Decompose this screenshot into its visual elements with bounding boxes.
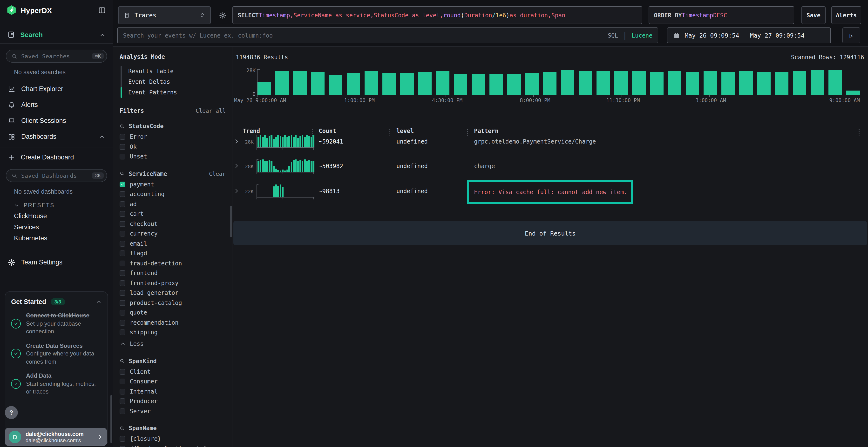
checkbox[interactable] <box>120 261 125 266</box>
checkbox[interactable] <box>120 409 125 414</box>
checkbox[interactable] <box>120 201 125 207</box>
alerts-button[interactable]: Alerts <box>831 6 861 24</box>
filter-option-ok[interactable]: Ok <box>120 142 227 152</box>
filter-option-load-generator[interactable]: load-generator <box>120 288 227 298</box>
sidebar-item-alerts[interactable]: Alerts <box>0 97 113 113</box>
expand-row-icon[interactable] <box>234 188 240 194</box>
filter-option-flagd[interactable]: flagd <box>120 248 227 259</box>
checkbox[interactable] <box>120 211 125 217</box>
checkbox[interactable] <box>120 280 125 286</box>
source-settings-button[interactable] <box>216 9 229 22</box>
filter-option--flagd-evaluation-v1-se-[interactable]: /flagd.evaluation.v1.Se… <box>120 444 227 447</box>
help-button[interactable]: ? <box>5 406 18 419</box>
checkbox[interactable] <box>120 290 125 296</box>
source-select[interactable]: Traces <box>118 6 211 24</box>
select-query-input[interactable]: SELECT Timestamp, ServiceName as service… <box>232 6 642 24</box>
pattern-row[interactable]: 28K~592041undefinedgrpc.oteldemo.Payment… <box>232 132 868 153</box>
pattern-row[interactable]: 28K~503982undefinedcharge <box>232 156 868 177</box>
sidebar-scrollbar[interactable] <box>111 395 112 443</box>
checkbox[interactable] <box>120 221 125 227</box>
checkbox[interactable] <box>120 446 125 447</box>
sidebar-item-chart-explorer[interactable]: Chart Explorer <box>0 81 113 97</box>
filter-option-ad[interactable]: ad <box>120 199 227 209</box>
filter-option-shipping[interactable]: shipping <box>120 328 227 337</box>
filter-option-currency[interactable]: currency <box>120 229 227 239</box>
checkbox[interactable] <box>120 389 125 394</box>
analysis-mode-event-deltas[interactable]: Event Deltas <box>121 77 227 87</box>
expand-row-icon[interactable] <box>234 163 240 169</box>
sql-token: DESC <box>713 12 727 19</box>
user-menu[interactable]: D dale@clickhouse.com dale@clickhouse.co… <box>5 428 107 446</box>
filter-option-frontend[interactable]: frontend <box>120 268 227 278</box>
filter-option-consumer[interactable]: Consumer <box>120 377 227 386</box>
order-by-input[interactable]: ORDER BY Timestamp DESC <box>649 6 794 24</box>
create-dashboard-button[interactable]: Create Dashboard <box>0 149 113 165</box>
filter-option-quote[interactable]: quote <box>120 308 227 318</box>
filter-option-error[interactable]: Error <box>120 132 227 142</box>
no-saved-dashboards-label: No saved dashboards <box>14 188 113 195</box>
chevron-up-icon[interactable] <box>95 299 102 305</box>
checkbox[interactable] <box>120 231 125 237</box>
checkbox[interactable] <box>120 436 125 442</box>
run-query-button[interactable]: ▷ <box>842 28 860 43</box>
filter-option-internal[interactable]: Internal <box>120 386 227 397</box>
filter-option-accounting[interactable]: accounting <box>120 189 227 199</box>
analysis-mode-results-table[interactable]: Results Table <box>121 66 227 77</box>
sidebar-item-team-settings[interactable]: Team Settings <box>0 254 113 270</box>
checkbox[interactable] <box>120 320 125 325</box>
checkbox[interactable] <box>120 271 125 276</box>
clear-all-button[interactable]: Clear all <box>195 107 227 114</box>
sidebar-item-dashboards[interactable]: Dashboards <box>0 129 113 144</box>
highlighted-error-pattern[interactable]: Error: Visa cache full: cannot add new i… <box>467 180 633 204</box>
checkbox[interactable] <box>120 134 125 140</box>
checkbox[interactable] <box>120 251 125 256</box>
filter-option-checkout[interactable]: checkout <box>120 219 227 229</box>
filter-option-cart[interactable]: cart <box>120 209 227 219</box>
expand-row-icon[interactable] <box>234 138 240 144</box>
analysis-mode-event-patterns[interactable]: Event Patterns <box>121 87 227 98</box>
checkbox[interactable] <box>120 300 125 306</box>
filter-option-producer[interactable]: Producer <box>120 397 227 406</box>
filter-option--closure-[interactable]: {closure} <box>120 434 227 444</box>
checkbox[interactable] <box>120 154 125 160</box>
show-less-button[interactable]: Less <box>120 338 227 349</box>
checkbox[interactable] <box>120 182 125 187</box>
presets-toggle[interactable]: PRESETS <box>14 202 113 208</box>
clear-filter-button[interactable]: Clear <box>209 170 227 177</box>
filter-option-email[interactable]: email <box>120 239 227 248</box>
chevron-up-icon[interactable] <box>99 133 105 140</box>
y-axis-zero-label: 0 <box>247 91 255 97</box>
preset-clickhouse[interactable]: ClickHouse <box>14 210 113 221</box>
checkbox[interactable] <box>120 241 125 247</box>
preset-services[interactable]: Services <box>14 221 113 233</box>
filter-option-fraud-detection[interactable]: fraud-detection <box>120 259 227 268</box>
checkbox[interactable] <box>120 310 125 316</box>
language-toggle-sql[interactable]: SQL <box>608 32 618 39</box>
sidebar-section-search[interactable]: Search <box>0 26 113 44</box>
filter-option-unset[interactable]: Unset <box>120 152 227 162</box>
chevron-up-icon[interactable] <box>99 32 105 38</box>
pattern-row[interactable]: 22K~98813undefinedError: Visa cache full… <box>232 181 868 202</box>
checkbox[interactable] <box>120 379 125 385</box>
sidebar-collapse-icon[interactable] <box>98 6 106 14</box>
filter-option-recommendation[interactable]: recommendation <box>120 318 227 328</box>
time-range-picker[interactable]: May 26 09:09:54 - May 27 09:09:54 <box>667 28 831 43</box>
checkbox[interactable] <box>120 399 125 404</box>
filter-option-payment[interactable]: payment <box>120 179 227 189</box>
saved-dashboards-input[interactable]: Saved Dashboards ⌘K <box>6 169 107 182</box>
checkbox[interactable] <box>120 330 125 336</box>
language-toggle-lucene[interactable]: Lucene <box>631 32 652 39</box>
checkbox[interactable] <box>120 192 125 197</box>
save-button[interactable]: Save <box>802 6 826 24</box>
filter-option-server[interactable]: Server <box>120 406 227 416</box>
filter-option-client[interactable]: Client <box>120 367 227 377</box>
filter-option-frontend-proxy[interactable]: frontend-proxy <box>120 278 227 288</box>
checkbox[interactable] <box>120 144 125 150</box>
preset-kubernetes[interactable]: Kubernetes <box>14 233 113 244</box>
checkbox[interactable] <box>120 369 125 375</box>
sidebar-item-client-sessions[interactable]: Client Sessions <box>0 113 113 129</box>
saved-searches-input[interactable]: Saved Searches ⌘K <box>6 49 107 63</box>
filter-option-product-catalog[interactable]: product-catalog <box>120 298 227 308</box>
filter-panel-scrollbar[interactable] <box>230 206 232 237</box>
search-input[interactable]: Search your events w/ Lucene ex. column:… <box>117 28 658 43</box>
